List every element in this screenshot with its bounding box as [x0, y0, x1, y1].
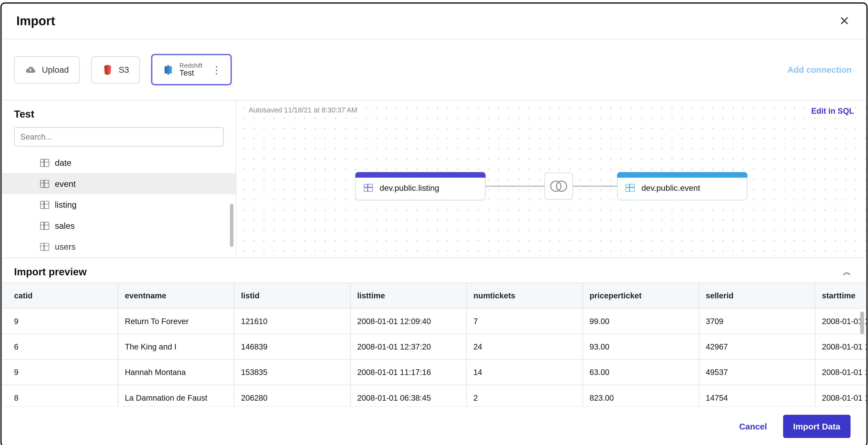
- redshift-name-label: Test: [180, 69, 202, 78]
- table-icon: [626, 184, 634, 192]
- table-icon: [364, 184, 373, 192]
- connector-line: [573, 186, 617, 187]
- table-row[interactable]: 6The King and I1468392008-01-01 12:37:20…: [2, 334, 867, 360]
- upload-label: Upload: [42, 65, 69, 75]
- sidebar-scrollbar[interactable]: [230, 204, 234, 247]
- table-list: date event listing sales users: [2, 152, 236, 258]
- edit-sql-link[interactable]: Edit in SQL: [811, 107, 854, 115]
- s3-icon: [102, 64, 113, 76]
- join-node[interactable]: [545, 173, 573, 200]
- col-numtickets[interactable]: numtickets: [466, 283, 583, 308]
- preview-table: catid eventname listid listtime numticke…: [2, 283, 867, 406]
- search-input[interactable]: [14, 127, 224, 147]
- page-title: Import: [16, 14, 55, 29]
- connector-line: [486, 186, 545, 187]
- col-catid[interactable]: catid: [2, 283, 118, 308]
- cloud-upload-icon: [25, 64, 36, 76]
- table-row[interactable]: 8La Damnation de Faust2062802008-01-01 0…: [2, 385, 867, 406]
- cancel-button[interactable]: Cancel: [739, 421, 767, 431]
- table-icon: [40, 201, 49, 209]
- col-sellerid[interactable]: sellerid: [699, 283, 815, 308]
- table-header-row: catid eventname listid listtime numticke…: [2, 283, 867, 308]
- upload-button[interactable]: Upload: [14, 56, 80, 83]
- table-row[interactable]: 9Hannah Montana1538352008-01-01 11:17:16…: [2, 360, 867, 385]
- table-icon: [40, 243, 49, 251]
- redshift-connection-button[interactable]: Redshift Test ⋮: [151, 54, 232, 86]
- table-icon: [40, 180, 49, 188]
- kebab-menu-icon[interactable]: ⋮: [211, 63, 220, 76]
- node-listing[interactable]: dev.public.listing: [355, 172, 486, 201]
- import-data-button[interactable]: Import Data: [783, 415, 850, 438]
- sidebar-title: Test: [14, 109, 225, 121]
- col-priceperticket[interactable]: priceperticket: [583, 283, 699, 308]
- table-item-event[interactable]: event: [2, 173, 236, 195]
- col-listid[interactable]: listid: [234, 283, 350, 308]
- add-connection-link[interactable]: Add connection: [787, 65, 851, 75]
- grid-scrollbar[interactable]: [860, 312, 864, 334]
- redshift-type-label: Redshift: [180, 62, 202, 69]
- close-icon[interactable]: ✕: [837, 11, 852, 31]
- preview-title: Import preview: [14, 266, 87, 278]
- collapse-icon[interactable]: ︽: [843, 266, 851, 278]
- s3-button[interactable]: S3: [91, 56, 140, 83]
- table-icon: [40, 222, 49, 230]
- redshift-icon: [162, 64, 174, 76]
- s3-label: S3: [119, 65, 129, 75]
- col-starttime[interactable]: starttime: [815, 283, 866, 308]
- autosaved-text: Autosaved 11/18/21 at 8:30:37 AM: [249, 107, 358, 114]
- table-icon: [40, 159, 49, 167]
- canvas-area[interactable]: Autosaved 11/18/21 at 8:30:37 AM Edit in…: [236, 101, 866, 258]
- table-item-listing[interactable]: listing: [2, 195, 236, 215]
- venn-icon: [550, 181, 567, 192]
- table-item-sales[interactable]: sales: [2, 215, 236, 237]
- table-item-date[interactable]: date: [2, 152, 236, 174]
- col-listtime[interactable]: listtime: [350, 283, 466, 308]
- node-event[interactable]: dev.public.event: [617, 172, 747, 201]
- table-row[interactable]: 9Return To Forever1216102008-01-01 12:09…: [2, 309, 867, 334]
- col-eventname[interactable]: eventname: [118, 283, 234, 308]
- table-item-users[interactable]: users: [2, 236, 236, 251]
